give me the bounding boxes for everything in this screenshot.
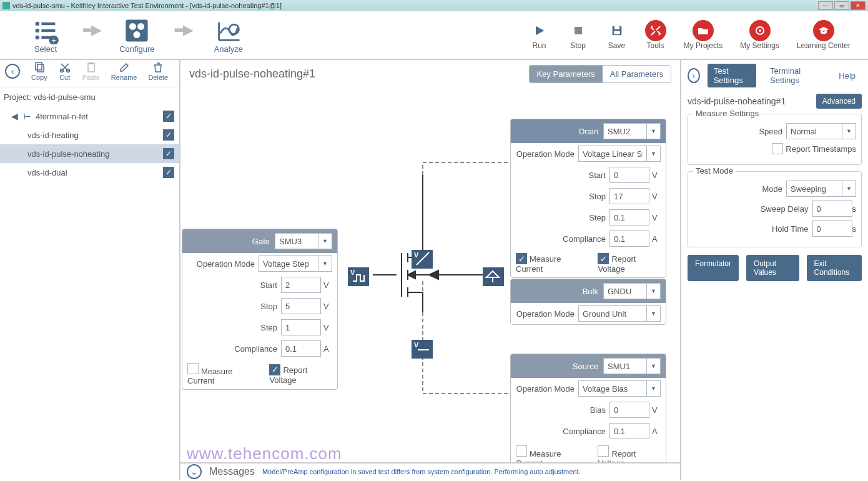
analyze-icon	[215, 17, 242, 44]
gate-start[interactable]	[281, 277, 321, 293]
tree-checkbox[interactable]: ✓	[163, 167, 174, 178]
source-node-icon: V	[412, 340, 433, 359]
step-analyze[interactable]: Analyze	[200, 17, 257, 54]
source-compliance[interactable]	[609, 423, 649, 439]
source-opmode[interactable]	[578, 380, 647, 397]
save-button[interactable]: Save	[606, 20, 628, 50]
chevron-down-icon[interactable]: ▼	[647, 380, 661, 397]
tab-key-parameters[interactable]: Key Parameters	[530, 66, 603, 82]
drain-stop[interactable]	[609, 188, 649, 204]
copy-icon	[33, 61, 46, 74]
arrow-icon: ▪▪▪▶	[82, 22, 100, 38]
drain-start[interactable]	[609, 167, 649, 183]
tab-terminal-settings[interactable]: Terminal Settings	[764, 64, 825, 87]
gate-panel: Gate ▼ Operation Mode▼ StartV StopV Step…	[182, 229, 338, 390]
tree-item-dual[interactable]: vds-id-dual ✓	[0, 163, 179, 182]
sweep-delay[interactable]	[812, 201, 852, 217]
tree-checkbox[interactable]: ✓	[163, 111, 174, 122]
delete-button[interactable]: Delete	[148, 61, 168, 81]
paste-button[interactable]: Paste	[82, 61, 100, 81]
test-title: vds-id-pulse-noheating#1	[189, 67, 315, 81]
watermark: www.tehencom.com	[187, 444, 342, 464]
source-measure-current[interactable]	[516, 445, 527, 457]
save-icon	[611, 24, 623, 37]
chevron-down-icon[interactable]: ▼	[647, 123, 661, 139]
formulator-button[interactable]: Formulator	[688, 255, 739, 281]
tree-checkbox[interactable]: ✓	[163, 148, 174, 159]
tab-test-settings[interactable]: Test Settings	[708, 64, 756, 87]
tab-help[interactable]: Help	[832, 69, 862, 83]
report-timestamps-checkbox[interactable]	[772, 143, 783, 154]
tree-root[interactable]: ◀ ⊢ 4terminal-n-fet ✓	[0, 107, 179, 126]
svg-point-11	[134, 31, 141, 38]
collapse-icon[interactable]: ◀	[11, 111, 18, 121]
bulk-opmode[interactable]	[578, 305, 647, 322]
source-bias[interactable]	[609, 402, 649, 418]
gate-smu-select[interactable]	[275, 233, 318, 249]
device-diagram: V V V Drain ▼ Operation Mode▼ StartV Sto…	[180, 87, 680, 480]
gate-stop[interactable]	[281, 298, 321, 314]
exit-conditions-button[interactable]: Exit Conditions	[807, 255, 862, 281]
project-tree: ◀ ⊢ 4terminal-n-fet ✓ vds-id-heating ✓ v…	[0, 107, 179, 182]
bulk-panel: Bulk ▼ Operation Mode▼	[510, 279, 666, 325]
tree-item-heating[interactable]: vds-id-heating ✓	[0, 126, 179, 144]
back-button[interactable]: ‹	[5, 64, 20, 79]
drain-measure-current[interactable]: ✓	[516, 253, 527, 264]
chevron-down-icon[interactable]: ▼	[647, 146, 661, 162]
right-forward-button[interactable]: ›	[688, 68, 700, 83]
chevron-down-icon[interactable]: ▼	[318, 255, 332, 272]
chevron-down-icon[interactable]: ▼	[647, 283, 661, 299]
rename-button[interactable]: Rename	[111, 61, 137, 81]
gate-measure-current[interactable]	[187, 363, 199, 374]
window-title: vds-id-pulse-smu - Keithley Interactive …	[12, 2, 282, 9]
maximize-button[interactable]: ▭	[834, 1, 849, 10]
chevron-down-icon[interactable]: ▼	[842, 181, 856, 197]
advanced-button[interactable]: Advanced	[816, 94, 862, 109]
drain-header: Drain ▼	[511, 119, 666, 143]
minimize-button[interactable]: —	[818, 1, 833, 10]
stop-button[interactable]: Stop	[568, 20, 589, 50]
close-button[interactable]: ✕	[851, 1, 866, 10]
copy-button[interactable]: Copy	[31, 61, 47, 81]
center-header: vds-id-pulse-noheating#1 Key Parameters …	[180, 60, 680, 87]
right-title: vds-id-pulse-noheating#1	[688, 96, 786, 106]
speed-select[interactable]	[786, 123, 842, 139]
chevron-down-icon[interactable]: ▼	[842, 123, 856, 139]
my-projects-button[interactable]: My Projects	[684, 20, 723, 50]
step-configure[interactable]: Configure	[109, 17, 165, 54]
messages-label: Messages	[209, 466, 255, 477]
drain-smu-select[interactable]	[603, 123, 647, 139]
bulk-smu-select[interactable]	[603, 283, 647, 299]
svg-point-4	[36, 35, 40, 39]
messages-toggle[interactable]: ⌄	[187, 464, 202, 479]
tools-button[interactable]: Tools	[645, 20, 666, 50]
run-button[interactable]: Run	[529, 20, 550, 50]
source-report-voltage[interactable]	[598, 445, 609, 457]
source-smu-select[interactable]	[603, 358, 647, 374]
tree-checkbox[interactable]: ✓	[163, 129, 174, 141]
drain-step[interactable]	[609, 209, 649, 226]
svg-rect-8	[126, 19, 148, 41]
svg-point-9	[129, 22, 136, 29]
hold-time[interactable]	[812, 221, 852, 237]
tree-item-pulse-noheating[interactable]: vds-id-pulse-noheating ✓	[0, 144, 179, 163]
chevron-down-icon[interactable]: ▼	[318, 233, 332, 249]
step-select[interactable]: + Select	[17, 17, 74, 54]
gate-opmode[interactable]	[259, 255, 318, 272]
chevron-down-icon[interactable]: ▼	[647, 305, 661, 322]
cut-button[interactable]: Cut	[59, 61, 71, 81]
svg-rect-20	[36, 62, 42, 70]
gate-report-voltage[interactable]: ✓	[269, 364, 280, 375]
output-values-button[interactable]: Output Values	[746, 255, 799, 281]
svg-point-10	[138, 22, 145, 29]
drain-report-voltage[interactable]: ✓	[598, 253, 609, 264]
chevron-down-icon[interactable]: ▼	[647, 358, 661, 374]
tab-all-parameters[interactable]: All Parameters	[603, 66, 671, 82]
drain-opmode[interactable]	[578, 146, 647, 162]
gate-compliance[interactable]	[281, 340, 321, 357]
learning-center-button[interactable]: Learning Center	[797, 20, 851, 50]
my-settings-button[interactable]: My Settings	[740, 20, 779, 50]
mode-select[interactable]	[786, 181, 842, 197]
gate-step[interactable]	[281, 319, 321, 335]
drain-compliance[interactable]	[609, 231, 649, 247]
